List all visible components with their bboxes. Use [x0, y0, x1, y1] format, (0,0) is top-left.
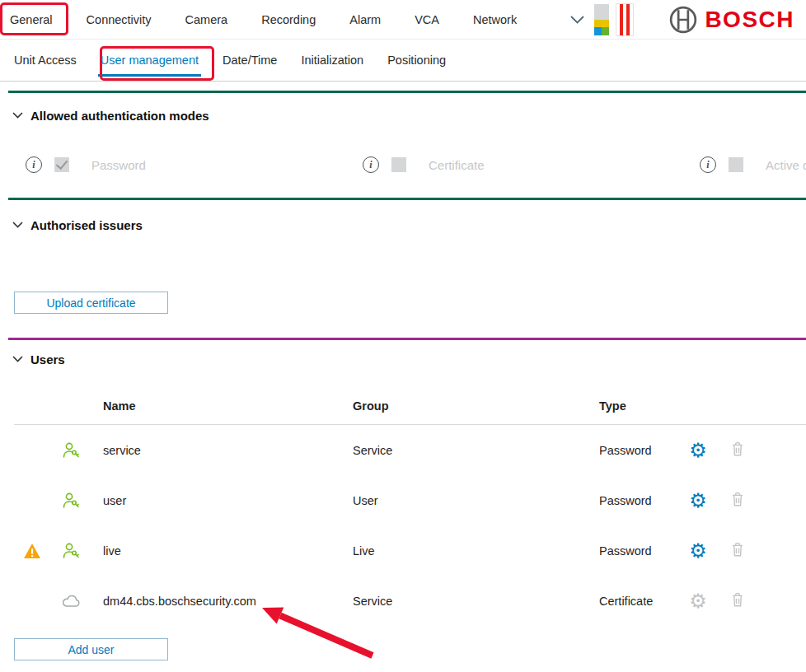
- info-icon[interactable]: [26, 156, 42, 173]
- collapse-chevron-icon[interactable]: [12, 112, 23, 119]
- issuers-section-header[interactable]: Authorised issuers: [0, 217, 806, 233]
- delete-user-trash-icon: [729, 440, 747, 461]
- edit-user-gear-icon[interactable]: [689, 441, 707, 460]
- user-type: Password: [587, 544, 678, 558]
- user-key-icon: [61, 491, 81, 511]
- collapse-chevron-icon[interactable]: [12, 222, 23, 228]
- collapse-chevron-icon[interactable]: [12, 356, 23, 362]
- top-nav-right: BOSCH: [570, 3, 794, 36]
- user-row-user: user User Password: [14, 475, 806, 525]
- option-label: Active di: [766, 158, 806, 172]
- info-icon[interactable]: [363, 156, 379, 173]
- auth-options: Password Certificate Active di: [0, 153, 806, 176]
- user-row-certificate: dm44.cbs.boschsecurity.com Service Certi…: [14, 576, 806, 626]
- user-name: service: [91, 444, 340, 457]
- nav-item-camera[interactable]: Camera: [185, 13, 228, 26]
- auth-section-header[interactable]: Allowed authentication modes: [0, 107, 806, 124]
- user-key-icon: [61, 441, 81, 460]
- user-group: User: [340, 494, 587, 507]
- stream-indicator-icon: [594, 4, 609, 35]
- auth-option-active-directory: Active di: [700, 156, 806, 173]
- user-key-icon: [61, 541, 81, 561]
- option-label: Certificate: [429, 158, 485, 172]
- user-name: dm44.cbs.boschsecurity.com: [91, 595, 340, 608]
- edit-user-gear-icon[interactable]: [689, 541, 707, 561]
- tab-initialization[interactable]: Initialization: [301, 40, 363, 81]
- column-header-name: Name: [91, 399, 340, 413]
- edit-user-gear-icon[interactable]: [689, 491, 707, 511]
- active-directory-checkbox[interactable]: [729, 157, 743, 172]
- users-table: Name Group Type service Service Password: [14, 387, 806, 626]
- sub-nav: Unit Access User management Date/Time In…: [0, 40, 806, 82]
- users-section-title: Users: [30, 352, 65, 366]
- delete-user-trash-icon: [729, 590, 747, 612]
- tab-unit-access[interactable]: Unit Access: [14, 40, 77, 81]
- user-name: user: [91, 494, 340, 507]
- column-header-type: Type: [587, 399, 678, 413]
- user-group: Live: [340, 544, 587, 558]
- user-type: Password: [587, 444, 678, 457]
- nav-item-general[interactable]: General: [10, 13, 53, 26]
- bosch-anchor-icon: [668, 5, 698, 35]
- section-divider: [8, 338, 806, 340]
- cloud-icon: [60, 594, 82, 609]
- add-user-button[interactable]: Add user: [14, 638, 168, 660]
- user-type: Password: [587, 494, 678, 507]
- tab-user-management[interactable]: User management: [101, 40, 199, 81]
- password-checkbox[interactable]: [54, 157, 69, 172]
- user-name: live: [91, 544, 340, 558]
- info-icon[interactable]: [700, 156, 716, 173]
- nav-item-alarm[interactable]: Alarm: [349, 13, 381, 26]
- nav-item-network[interactable]: Network: [473, 13, 517, 26]
- upload-certificate-button[interactable]: Upload certificate: [14, 292, 168, 314]
- delete-user-trash-icon: [729, 540, 747, 562]
- users-table-header: Name Group Type: [14, 387, 806, 425]
- chevron-down-icon[interactable]: [570, 16, 584, 24]
- user-row-service: service Service Password: [14, 425, 806, 475]
- brand-text: BOSCH: [705, 7, 794, 33]
- user-type: Certificate: [587, 595, 678, 608]
- tab-positioning[interactable]: Positioning: [387, 40, 446, 81]
- section-divider: [8, 91, 806, 93]
- sd-card-indicator-icon: [616, 3, 634, 36]
- user-row-live: live Live Password: [14, 525, 806, 576]
- nav-item-connectivity[interactable]: Connectivity: [87, 13, 152, 26]
- user-group: Service: [340, 444, 587, 457]
- top-nav: General Connectivity Camera Recording Al…: [0, 0, 806, 40]
- column-header-group: Group: [340, 399, 587, 413]
- edit-user-gear-icon: [689, 591, 707, 611]
- nav-item-vca[interactable]: VCA: [415, 13, 439, 26]
- warning-icon: [23, 543, 41, 559]
- bosch-logo: BOSCH: [668, 5, 794, 35]
- auth-option-password: Password: [26, 156, 363, 173]
- user-group: Service: [340, 595, 587, 608]
- top-nav-items: General Connectivity Camera Recording Al…: [10, 13, 517, 26]
- section-divider: [8, 198, 806, 200]
- issuers-section-title: Authorised issuers: [30, 218, 143, 232]
- auth-option-certificate: Certificate: [363, 156, 700, 173]
- tab-date-time[interactable]: Date/Time: [223, 40, 277, 81]
- auth-section-title: Allowed authentication modes: [30, 109, 209, 123]
- delete-user-trash-icon: [729, 490, 747, 511]
- certificate-checkbox[interactable]: [391, 157, 406, 172]
- users-section-header[interactable]: Users: [0, 351, 806, 367]
- nav-item-recording[interactable]: Recording: [261, 13, 316, 26]
- option-label: Password: [91, 158, 146, 172]
- bosch-camera-settings-page: General Connectivity Camera Recording Al…: [0, 0, 806, 672]
